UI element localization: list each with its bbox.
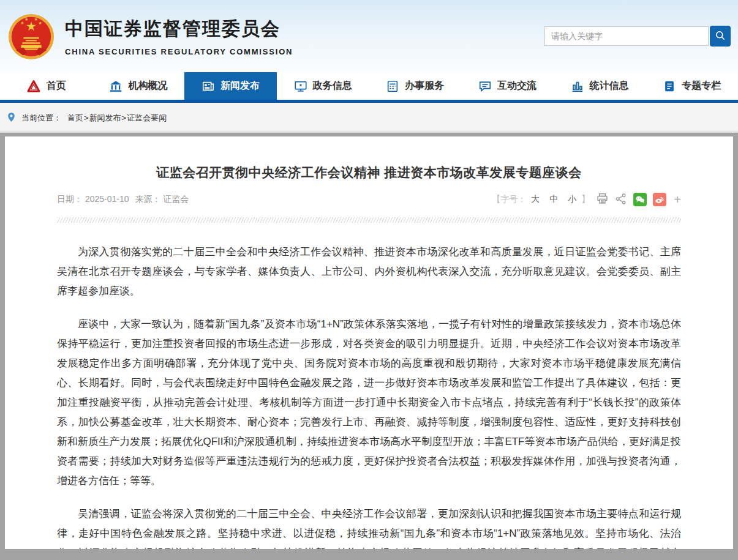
nav-item-interaction[interactable]: 互动交流 (461, 72, 554, 100)
site-subtitle: CHINA SECURITIES REGULATORY COMMISSION (65, 47, 293, 56)
location-pin-icon (6, 112, 17, 124)
list-icon (386, 80, 399, 93)
print-button[interactable] (596, 192, 609, 207)
nav-item-news[interactable]: 新闻发布 (184, 72, 277, 100)
font-size-label: 【字号： (492, 194, 526, 205)
font-size-label-end: 】 (581, 194, 590, 205)
nav-item-services[interactable]: 办事服务 (369, 72, 462, 100)
wechat-icon (633, 193, 647, 206)
breadcrumb-csrc-news[interactable]: 证监会要闻 (127, 113, 167, 124)
font-size-medium-button[interactable]: 中 (549, 194, 558, 205)
page-background: 证监会召开贯彻中央经济工作会议精神 推进资本市场改革发展专题座谈会 日期： 20… (0, 133, 738, 557)
weibo-icon (653, 193, 666, 206)
nav-item-home[interactable]: 首页 (0, 72, 92, 100)
article-meta-left: 日期： 2025-01-10 来源： 证监会 (57, 194, 189, 205)
nav-item-gov-info[interactable]: 政务信息 (277, 72, 369, 100)
breadcrumb-separator: > (122, 113, 127, 122)
nav-item-special-topics[interactable]: 专题专栏 (646, 72, 738, 100)
search-icon (714, 29, 726, 43)
newspaper-icon (201, 80, 215, 93)
weibo-share-button[interactable] (653, 193, 666, 206)
printer-icon (596, 192, 609, 207)
article-body: 为深入贯彻落实党的二十届三中全会和中央经济工作会议精神、推进资本市场深化改革和高… (57, 242, 681, 549)
share-icon (615, 193, 627, 207)
csrc-logo-icon (26, 79, 41, 94)
breadcrumb-news[interactable]: 新闻发布 (89, 113, 121, 124)
article-date: 2025-01-10 (85, 194, 129, 204)
breadcrumb: 当前位置： 首页 > 新闻发布 > 证监会要闻 (0, 103, 738, 133)
date-label: 日期： (57, 194, 83, 204)
article-paragraph: 座谈中，大家一致认为，随着新“国九条”及资本市场“1+N”政策体系落实落地，一揽… (57, 315, 681, 491)
hatched-divider (57, 217, 681, 223)
article-title: 证监会召开贯彻中央经济工作会议精神 推进资本市场改革发展专题座谈会 (57, 164, 681, 181)
nav-item-statistics[interactable]: 统计信息 (554, 72, 646, 100)
wechat-share-button[interactable] (633, 193, 647, 206)
share-button[interactable] (615, 193, 627, 207)
breadcrumb-home[interactable]: 首页 (67, 113, 83, 124)
chat-icon (478, 80, 492, 93)
article-source: 证监会 (163, 194, 189, 204)
source-label: 来源： (135, 194, 160, 204)
breadcrumb-separator: > (84, 113, 89, 122)
font-size-small-button[interactable]: 小 (568, 194, 576, 205)
site-title: 中国证券监督管理委员会 (65, 17, 293, 42)
breadcrumb-label: 当前位置： (21, 113, 61, 124)
main-nav: 首页 机构概况 新闻发布 (0, 72, 738, 103)
bank-icon (109, 80, 122, 93)
article-paragraph: 为深入贯彻落实党的二十届三中全会和中央经济工作会议精神、推进资本市场深化改革和高… (57, 242, 681, 301)
site-header: 中国证券监督管理委员会 CHINA SECURITIES REGULATORY … (0, 0, 738, 72)
article-paragraph: 吴清强调，证监会将深入贯彻党的二十届三中全会、中央经济工作会议部署，更加深刻认识… (57, 504, 681, 549)
national-emblem-logo (7, 13, 55, 61)
monitor-icon (294, 80, 307, 93)
bar-chart-icon (571, 80, 584, 93)
document-icon (663, 80, 676, 93)
search-button[interactable] (710, 26, 731, 47)
article-card: 证监会召开贯彻中央经济工作会议精神 推进资本市场改革发展专题座谈会 日期： 20… (5, 136, 733, 549)
font-size-large-button[interactable]: 大 (531, 194, 540, 205)
search-input[interactable] (544, 26, 709, 46)
nav-item-about[interactable]: 机构概况 (92, 72, 185, 100)
article-meta: 日期： 2025-01-10 来源： 证监会 【字号： 大 中 小 】 (57, 192, 681, 207)
site-search (544, 26, 731, 47)
article-meta-right: 【字号： 大 中 小 】 (492, 192, 681, 207)
more-share-button[interactable]: + (674, 193, 681, 206)
